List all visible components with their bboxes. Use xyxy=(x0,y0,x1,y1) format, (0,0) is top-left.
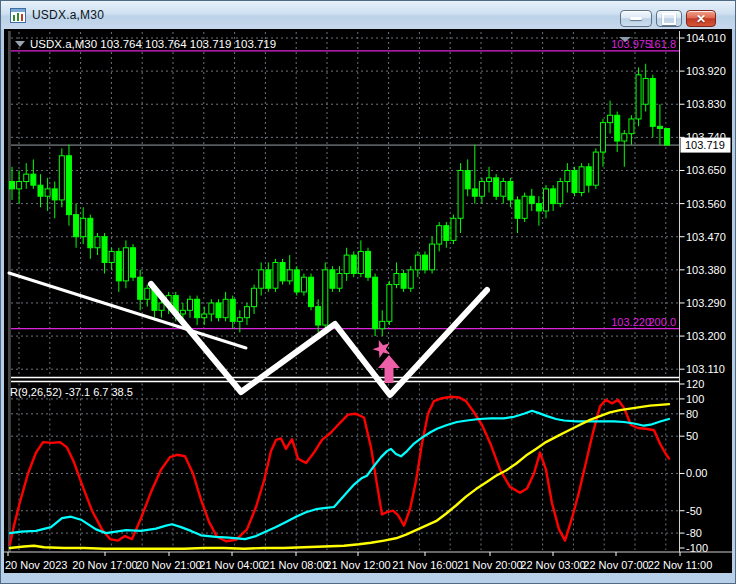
minimize-button[interactable] xyxy=(620,10,652,27)
svg-text:50: 50 xyxy=(686,430,698,442)
candle xyxy=(330,266,335,292)
candle xyxy=(309,274,314,311)
candle xyxy=(387,281,392,325)
svg-text:20 Nov 21:00: 20 Nov 21:00 xyxy=(136,559,201,571)
svg-text:103.220: 103.220 xyxy=(611,316,651,328)
svg-text:22 Nov 11:00: 22 Nov 11:00 xyxy=(648,559,713,571)
candle xyxy=(66,145,71,226)
candle xyxy=(366,248,371,281)
candle xyxy=(572,167,577,196)
svg-text:21 Nov 04:00: 21 Nov 04:00 xyxy=(199,559,264,571)
window-title: USDX.a,M30 xyxy=(32,8,104,22)
minimize-icon xyxy=(630,17,642,20)
candle xyxy=(373,274,378,337)
candle xyxy=(558,178,563,207)
candle xyxy=(636,67,641,126)
svg-text:103.470: 103.470 xyxy=(686,231,726,243)
chart-area[interactable]: 103.975161.8103.220200.0104.010103.92010… xyxy=(4,29,732,573)
chart-background xyxy=(4,29,732,573)
svg-text:161.8: 161.8 xyxy=(648,38,676,50)
close-icon: ✕ xyxy=(696,13,706,25)
close-button[interactable]: ✕ xyxy=(686,10,716,27)
svg-text:-80: -80 xyxy=(686,527,702,539)
candle xyxy=(351,251,356,277)
svg-text:21 Nov 16:00: 21 Nov 16:00 xyxy=(392,559,457,571)
candle xyxy=(422,251,427,273)
candle xyxy=(665,129,670,146)
svg-text:22 Nov 03:00: 22 Nov 03:00 xyxy=(520,559,585,571)
svg-text:120: 120 xyxy=(686,378,704,390)
svg-text:100: 100 xyxy=(686,393,704,405)
svg-text:R(9,26,52) -37.1 6.7 38.5: R(9,26,52) -37.1 6.7 38.5 xyxy=(10,386,133,398)
candle xyxy=(494,174,499,200)
candle xyxy=(301,274,306,296)
candle xyxy=(451,215,456,244)
svg-text:22 Nov 07:00: 22 Nov 07:00 xyxy=(583,559,648,571)
candle xyxy=(401,270,406,292)
svg-text:-50: -50 xyxy=(686,505,702,517)
candle xyxy=(323,262,328,328)
indicator-label: R(9,26,52) -37.1 6.7 38.5 xyxy=(10,386,133,398)
svg-text:20 Nov 17:00: 20 Nov 17:00 xyxy=(72,559,137,571)
candle xyxy=(131,244,136,281)
svg-text:103.380: 103.380 xyxy=(686,264,726,276)
candle xyxy=(123,240,128,288)
svg-text:103.650: 103.650 xyxy=(686,164,726,176)
svg-text:103.975: 103.975 xyxy=(611,38,651,50)
current-price-box: 103.719 xyxy=(681,138,731,153)
svg-text:80: 80 xyxy=(686,408,698,420)
svg-text:21 Nov 20:00: 21 Nov 20:00 xyxy=(457,559,522,571)
candle xyxy=(216,299,221,321)
svg-text:103.719: 103.719 xyxy=(685,139,725,151)
candle xyxy=(273,259,278,292)
svg-text:20 Nov 2023: 20 Nov 2023 xyxy=(5,559,67,571)
chart-canvas[interactable]: 103.975161.8103.220200.0104.010103.92010… xyxy=(4,29,732,573)
candle xyxy=(59,148,64,207)
svg-text:21 Nov 08:00: 21 Nov 08:00 xyxy=(263,559,328,571)
svg-text:103.830: 103.830 xyxy=(686,98,726,110)
maximize-button[interactable] xyxy=(656,10,682,27)
candle xyxy=(593,148,598,188)
svg-text:21 Nov 12:00: 21 Nov 12:00 xyxy=(325,559,390,571)
candle xyxy=(522,193,527,222)
svg-text:103.920: 103.920 xyxy=(686,65,726,77)
svg-text:104.010: 104.010 xyxy=(686,32,726,44)
ohlc-header[interactable]: USDX.a,M30 103.764 103.764 103.719 103.7… xyxy=(15,38,276,50)
svg-text:103.560: 103.560 xyxy=(686,198,726,210)
maximize-icon xyxy=(662,13,676,25)
mt4-chart-window: USDX.a,M30 ✕ 103.975161.8103.220200.0104… xyxy=(0,0,736,584)
svg-text:103.290: 103.290 xyxy=(686,297,726,309)
svg-text:USDX.a,M30 103.764 103.764 10: USDX.a,M30 103.764 103.764 103.719 103.7… xyxy=(30,38,276,50)
candle xyxy=(579,163,584,196)
svg-text:200.0: 200.0 xyxy=(648,316,676,328)
candle xyxy=(408,266,413,292)
candle xyxy=(280,259,285,285)
candle xyxy=(294,266,299,295)
svg-text:103.200: 103.200 xyxy=(686,330,726,342)
titlebar[interactable]: USDX.a,M30 ✕ xyxy=(1,1,735,29)
svg-text:103.110: 103.110 xyxy=(686,363,725,375)
chart-window-icon xyxy=(10,8,26,23)
svg-text:0.00: 0.00 xyxy=(686,467,707,479)
